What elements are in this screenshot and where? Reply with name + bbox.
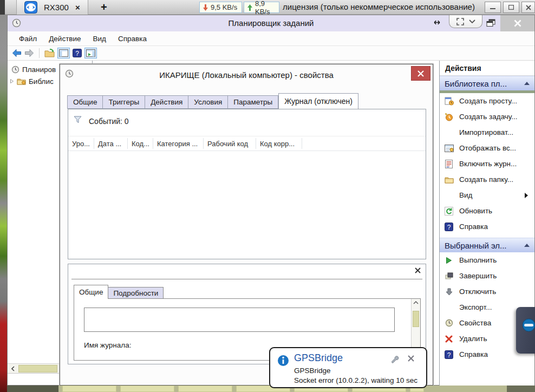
collapse-icon[interactable]	[524, 244, 530, 247]
desktop-wallpaper-strip	[0, 15, 7, 392]
event-description-field[interactable]	[84, 308, 395, 332]
action-label: Свойства	[459, 319, 491, 327]
scrollbar-thumb[interactable]	[413, 311, 419, 327]
action-end[interactable]: Завершить	[440, 268, 534, 284]
action-disable[interactable]: Отключить	[440, 284, 534, 299]
session-tab[interactable]: RX300 ×	[16, 0, 88, 15]
tab-conditions[interactable]: Условия	[188, 95, 228, 109]
title-bar[interactable]: Планировщик заданий	[8, 15, 534, 31]
taskbar-button[interactable]	[178, 386, 232, 392]
tab-actions[interactable]: Действия	[145, 95, 188, 109]
taskbar-button[interactable]	[62, 386, 116, 392]
chevron-down-icon[interactable]	[469, 19, 475, 23]
notification-app-name: GPSBridge	[294, 367, 331, 375]
delete-icon	[444, 334, 454, 344]
teamviewer-bar: RX300 × + 9,5 KB/s 8,9 KB/s лицензия (то…	[0, 0, 535, 15]
scroll-up-icon[interactable]	[413, 301, 419, 304]
tab-settings[interactable]: Параметры	[228, 95, 278, 109]
back-icon[interactable]	[12, 49, 22, 57]
section-header-library[interactable]: Библиотека пл...	[440, 76, 534, 90]
help-toolbar-icon[interactable]: ?	[73, 49, 82, 57]
enable-task-history-icon	[444, 159, 454, 169]
preview-tab-strip: Общие Подробности	[74, 285, 164, 299]
events-table-header: Уро... Дата ... Код... Категория ... Раб…	[68, 136, 426, 151]
notification-title: GPSBridge	[294, 352, 343, 364]
forward-icon[interactable]	[24, 49, 34, 57]
teamviewer-panel-handle[interactable]	[516, 307, 535, 354]
library-folder-icon	[17, 77, 26, 85]
svg-text:?: ?	[75, 50, 79, 57]
section-title: Библиотека пл...	[445, 79, 507, 88]
menu-help[interactable]: Справка	[112, 35, 153, 43]
menu-file[interactable]: Файл	[13, 35, 43, 43]
preview-tab-details[interactable]: Подробности	[108, 287, 164, 299]
column-header-event-id[interactable]: Код...	[128, 138, 153, 149]
filter-funnel-icon[interactable]	[74, 116, 82, 124]
column-header-operational-code[interactable]: Рабочий код	[204, 138, 256, 149]
action-refresh[interactable]: Обновить	[440, 203, 534, 219]
console-tree-toggle-icon[interactable]	[57, 48, 70, 58]
gpsbridge-notification[interactable]: GPSBridge GPSBridge Socket error (10.0.2…	[269, 347, 427, 388]
teamviewer-grip-tab[interactable]	[449, 15, 482, 28]
teamviewer-logo-icon	[521, 318, 535, 332]
session-tab-close[interactable]: ×	[75, 3, 80, 12]
tab-history[interactable]: Журнал (отключен)	[278, 93, 358, 109]
scrollbar-thumb[interactable]	[18, 365, 57, 373]
resize-arrows-icon	[432, 19, 442, 25]
action-label: Удалить	[459, 335, 487, 343]
restore-window-icon[interactable]	[486, 19, 495, 27]
action-label: Завершить	[459, 272, 497, 280]
action-run[interactable]: Выполнить	[440, 252, 534, 268]
menu-view[interactable]: Вид	[87, 35, 112, 43]
preview-close-icon[interactable]	[415, 267, 421, 273]
new-session-button[interactable]: +	[101, 0, 107, 15]
action-label: Выполнить	[459, 256, 497, 264]
column-header-correlation-id[interactable]: Код корр...	[256, 138, 302, 149]
expander-icon[interactable]	[10, 79, 14, 84]
download-speed-badge: 9,5 KB/s	[199, 2, 242, 13]
taskbar-start-area[interactable]	[7, 386, 58, 392]
column-header-category[interactable]: Категория ...	[153, 138, 204, 149]
upload-speed-badge: 8,9 KB/s	[244, 2, 279, 13]
submenu-arrow-icon	[525, 193, 528, 198]
column-header-date[interactable]: Дата ...	[94, 138, 128, 149]
new-folder-icon	[444, 175, 454, 185]
action-label: Экспорт...	[459, 303, 492, 311]
tab-triggers[interactable]: Триггеры	[103, 95, 145, 109]
close-button[interactable]	[521, 2, 535, 13]
fullscreen-icon[interactable]	[456, 18, 464, 25]
notification-message: Socket error (10.0.2.2), waiting 10 sec	[294, 376, 417, 384]
section-header-selected-item[interactable]: Выбранный эл...	[440, 238, 534, 252]
action-label: Отображать вс...	[459, 144, 516, 152]
action-import[interactable]: Импортироват...	[440, 125, 534, 140]
settings-wrench-icon[interactable]	[390, 355, 399, 363]
action-enable-history[interactable]: Включить журн...	[440, 156, 534, 172]
maximize-button[interactable]	[503, 2, 519, 13]
blank-icon	[444, 191, 454, 200]
dialog-close-button[interactable]	[411, 66, 430, 81]
log-name-label: Имя журнала:	[84, 341, 131, 349]
action-create-basic-task[interactable]: Создать просту...	[440, 93, 534, 109]
action-pane-toggle-icon[interactable]	[84, 48, 97, 58]
action-new-folder[interactable]: Создать папку...	[440, 172, 534, 187]
window-close-button[interactable]	[500, 15, 534, 31]
column-header-level[interactable]: Уро...	[68, 138, 94, 149]
tab-general[interactable]: Общие	[67, 95, 103, 109]
action-help[interactable]: ? Справка	[440, 219, 534, 234]
action-display-running[interactable]: Отображать вс...	[440, 140, 534, 156]
actions-pane-title: Действия	[440, 61, 534, 76]
action-create-task[interactable]: Создать задачу...	[440, 109, 534, 125]
download-arrow-icon	[203, 4, 208, 11]
collapse-icon[interactable]	[524, 82, 530, 85]
minimize-button[interactable]	[485, 2, 501, 13]
taskbar-button[interactable]	[120, 386, 174, 392]
menu-action[interactable]: Действие	[43, 35, 87, 43]
properties-icon	[444, 318, 454, 328]
scroll-left-icon[interactable]	[8, 364, 18, 374]
dialog-title: ИКАРИЩЕ (Локальный компьютер) - свойства	[60, 70, 433, 80]
export-list-icon[interactable]	[44, 49, 55, 57]
notification-close-icon[interactable]	[408, 355, 414, 362]
taskbar-tray-area[interactable]	[507, 386, 535, 392]
action-view[interactable]: Вид	[440, 187, 534, 203]
preview-tab-general[interactable]: Общие	[74, 285, 108, 299]
